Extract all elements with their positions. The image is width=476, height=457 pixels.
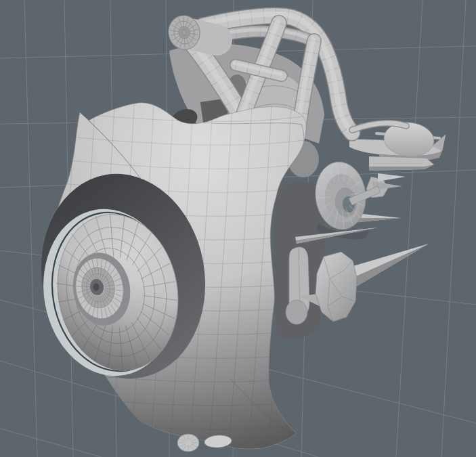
right-arm-lower[interactable] <box>369 156 434 171</box>
eye-pupil-core <box>93 284 100 291</box>
small-knob[interactable] <box>286 300 307 324</box>
viewport-canvas[interactable] <box>0 0 476 457</box>
scene-svg[interactable] <box>0 0 476 457</box>
